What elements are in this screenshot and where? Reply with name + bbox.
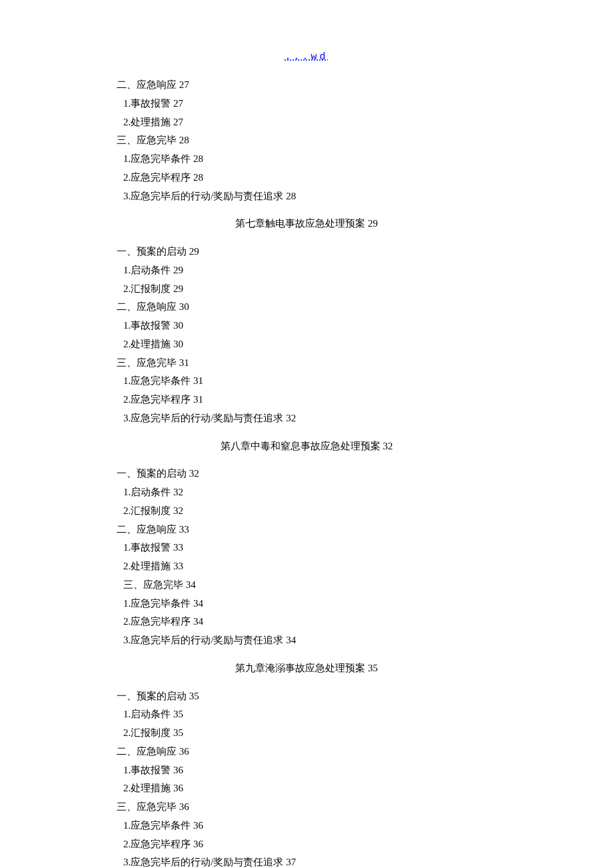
toc-line: 2.应急完毕程序 36 — [117, 835, 496, 854]
toc-line: 2.汇报制度 32 — [117, 502, 496, 521]
toc-line: 三、应急完毕 34 — [117, 576, 496, 595]
toc-line: 2.处理措施 27 — [117, 113, 496, 132]
toc-line: 1.事故报警 30 — [117, 317, 496, 335]
toc-line: 2.汇报制度 35 — [117, 724, 496, 743]
header-link[interactable]: ...wd — [285, 51, 328, 63]
toc-line: 3.应急完毕后的行动/奖励与责任追求 28 — [117, 187, 496, 206]
toc-line: 3.应急完毕后的行动/奖励与责任追求 34 — [117, 631, 496, 650]
toc-line: 1.启动条件 32 — [117, 483, 496, 502]
toc-line: 2.处理措施 33 — [117, 557, 496, 576]
toc-line: 1.启动条件 29 — [117, 261, 496, 280]
toc-content: 二、应急响应 271.事故报警 272.处理措施 27三、应急完毕 281.应急… — [117, 76, 496, 868]
chapter-heading: 第七章触电事故应急处理预案 29 — [117, 215, 496, 233]
toc-line: 一、预案的启动 32 — [117, 465, 496, 483]
toc-line: 2.处理措施 36 — [117, 779, 496, 798]
toc-line: 2.处理措施 30 — [117, 335, 496, 354]
toc-line: 1.应急完毕条件 36 — [117, 817, 496, 835]
page-header: ...wd — [117, 50, 496, 63]
toc-line: 二、应急响应 27 — [117, 76, 496, 95]
toc-line: 一、预案的启动 35 — [117, 687, 496, 706]
toc-line: 一、预案的启动 29 — [117, 243, 496, 261]
toc-line: 二、应急响应 33 — [117, 521, 496, 539]
toc-line: 二、应急响应 30 — [117, 298, 496, 317]
toc-line: 三、应急完毕 28 — [117, 131, 496, 150]
toc-line: 3.应急完毕后的行动/奖励与责任追求 32 — [117, 409, 496, 428]
toc-line: 1.事故报警 27 — [117, 95, 496, 113]
toc-line: 1.应急完毕条件 28 — [117, 150, 496, 169]
toc-line: 1.启动条件 35 — [117, 705, 496, 724]
chapter-heading: 第八章中毒和窒息事故应急处理预案 32 — [117, 437, 496, 456]
toc-line: 二、应急响应 36 — [117, 743, 496, 761]
chapter-heading: 第九章淹溺事故应急处理预案 35 — [117, 659, 496, 678]
toc-line: 2.汇报制度 29 — [117, 280, 496, 299]
toc-line: 三、应急完毕 36 — [117, 798, 496, 817]
toc-line: 1.事故报警 36 — [117, 761, 496, 780]
toc-line: 2.应急完毕程序 34 — [117, 613, 496, 631]
toc-line: 三、应急完毕 31 — [117, 354, 496, 373]
toc-line: 3.应急完毕后的行动/奖励与责任追求 37 — [117, 853, 496, 868]
toc-line: 1.事故报警 33 — [117, 539, 496, 557]
toc-line: 1.应急完毕条件 31 — [117, 372, 496, 391]
toc-line: 1.应急完毕条件 34 — [117, 595, 496, 613]
toc-line: 2.应急完毕程序 28 — [117, 169, 496, 187]
toc-line: 2.应急完毕程序 31 — [117, 391, 496, 409]
